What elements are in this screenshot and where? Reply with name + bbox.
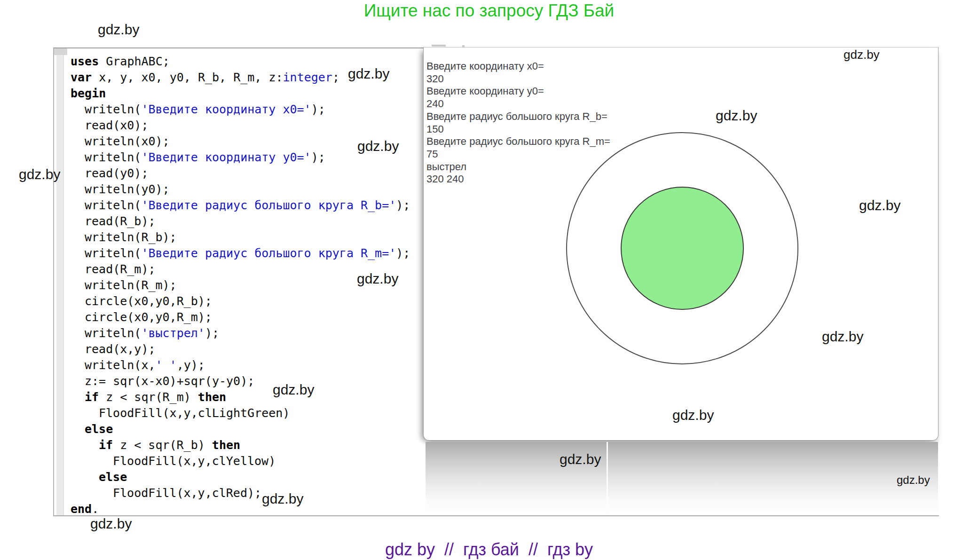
panel-bottom-border [53,515,939,516]
code-line[interactable]: writeln(x,' ',y); [71,357,425,373]
code-text: x, y, x0, y0, R_b, R_m, z: [92,71,283,84]
code-text: FloodFill(x,y,clYellow) [113,454,276,468]
background-band [426,442,938,515]
code-text: read(x0); [85,118,148,132]
code-keyword: end [71,502,92,516]
code-text: writeln( [85,246,141,260]
code-text: writeln( [85,326,141,340]
code-text: writeln(x0); [85,134,170,148]
watermark: gdz.by [859,197,900,213]
code-keyword: else [99,470,127,484]
code-keyword: else [85,422,113,436]
code-text: GraphABC; [99,55,170,68]
watermark: gdz.by [716,108,757,124]
code-text: z:= sqr(x-x0)+sqr(y-y0); [85,374,254,388]
code-text: z < sqr(R_b) [113,438,212,452]
code-line[interactable]: writeln(y0); [71,181,425,197]
code-line[interactable]: circle(x0,y0,R_m); [71,309,425,325]
code-text: ); [396,246,410,260]
code-text: ); [311,150,325,164]
code-keyword: if [99,438,113,452]
code-line[interactable]: writeln('Введите радиус большого круга R… [71,197,425,213]
watermark: gdz.by [560,451,601,467]
code-line[interactable]: FloodFill(x,y,clYellow) [71,453,425,469]
code-line[interactable]: begin [71,86,425,102]
promo-header-text: Ищите нас по запросу ГДЗ Бай [0,1,978,21]
code-string: integer [283,71,332,84]
console-line: Введите координату y0= [426,85,610,98]
watermark: gdz.by [844,47,880,62]
code-text: ); [205,326,219,340]
code-text: writeln(x, [85,358,156,372]
code-line[interactable]: else [71,421,425,437]
code-text: writeln(R_b); [85,230,177,244]
code-keyword: begin [71,87,106,100]
code-text: writeln(y0); [85,182,170,196]
code-text: ,y); [177,358,205,372]
editor-gutter [56,48,64,515]
code-text: writeln( [85,198,141,212]
code-line[interactable]: read(x,y); [71,341,425,357]
code-line[interactable]: read(x0); [71,118,425,134]
code-text: read(x,y); [85,342,156,356]
graphabc-output-window: Введите координату x0=320Введите координ… [423,47,939,441]
code-text: ); [311,103,325,116]
code-line[interactable]: z:= sqr(x-x0)+sqr(y-y0); [71,373,425,389]
page: Ищите нас по запросу ГДЗ Бай uses GraphA… [0,0,978,560]
code-text: writeln(R_m); [85,278,177,292]
code-line[interactable]: else [71,469,425,485]
graphics-canvas [541,109,823,391]
code-line[interactable]: read(R_b); [71,213,425,229]
code-text: writeln( [85,150,141,164]
code-string: 'Введите радиус большого круга R_b=' [141,198,396,212]
watermark: gdz.by [897,473,930,487]
band-divider [607,442,608,515]
code-keyword: uses [71,55,99,68]
watermark: gdz.by [262,491,303,507]
watermark: gdz.by [273,382,314,398]
code-text: read(R_b); [85,214,156,228]
code-text: . [92,502,99,516]
watermark: gdz.by [98,22,139,38]
code-string: ' ' [156,358,177,372]
watermark: gdz.by [357,271,398,287]
code-keyword: var [71,71,92,84]
watermark: gdz.by [822,329,863,345]
code-text: circle(x0,y0,R_b); [85,294,212,308]
code-line[interactable]: if z < sqr(R_m) then [71,389,425,405]
code-text: read(R_m); [85,262,156,276]
code-line[interactable]: writeln('Введите координату x0='); [71,102,425,118]
watermark: gdz.by [90,516,132,532]
code-line[interactable]: read(y0); [71,166,425,181]
watermark: gdz.by [19,166,60,182]
code-text: FloodFill(x,y,clRed); [113,486,261,500]
console-line: 320 [426,73,610,86]
code-line[interactable]: circle(x0,y0,R_b); [71,293,425,309]
code-text: ); [396,198,410,212]
code-keyword: then [198,390,226,404]
promo-footer-text: gdz by // гдз бай // гдз by [0,540,978,560]
watermark: gdz.by [357,138,399,154]
code-line[interactable]: writeln('Введите радиус большого круга R… [71,245,425,261]
code-line[interactable]: FloodFill(x,y,clLightGreen) [71,405,425,421]
window-control-dot-icon [462,45,465,47]
code-line[interactable]: FloodFill(x,y,clRed); [71,485,425,501]
code-line[interactable]: end. [71,501,425,517]
code-text: circle(x0,y0,R_m); [85,310,212,324]
watermark: gdz.by [348,66,389,82]
code-text: z < sqr(R_m) [99,390,198,404]
code-string: 'Введите радиус большого круга R_m=' [141,246,396,260]
console-line: Введите координату x0= [426,60,610,73]
code-text: writeln( [85,103,141,116]
code-text: ; [332,71,339,84]
window-control-remnant-icon [432,45,446,47]
code-keyword: then [212,438,240,452]
code-text: read(y0); [85,166,148,180]
code-text: FloodFill(x,y,clLightGreen) [99,406,290,420]
code-string: 'выстрел' [141,326,205,340]
code-line[interactable]: writeln('выстрел'); [71,325,425,341]
code-line[interactable]: if z < sqr(R_b) then [71,437,425,453]
code-string: 'Введите координату x0=' [141,103,311,116]
code-string: 'Введите координату y0=' [141,150,311,164]
code-line[interactable]: writeln(R_b); [71,229,425,245]
